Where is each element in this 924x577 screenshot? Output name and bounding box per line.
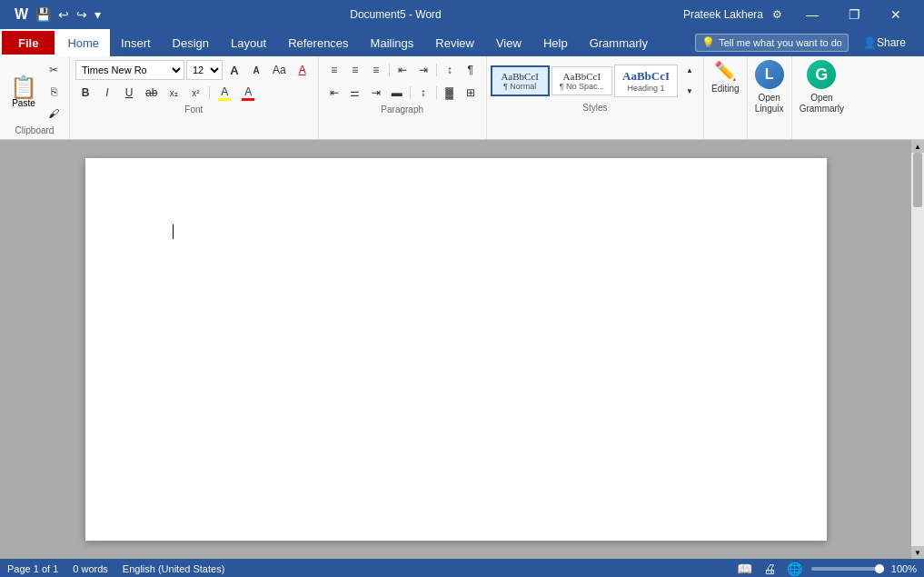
paste-button[interactable]: 📋 Paste: [5, 74, 42, 111]
font-shrink-button[interactable]: A: [246, 60, 266, 80]
subscript-button[interactable]: x₂: [164, 83, 184, 103]
clipboard-group: 📋 Paste ✂ ⎘ 🖌 Clipboard: [0, 56, 70, 139]
justify-icon: ▬: [392, 86, 402, 99]
review-tab[interactable]: Review: [424, 29, 485, 56]
scrollbar-down-button[interactable]: ▼: [911, 546, 924, 559]
mailings-tab[interactable]: Mailings: [360, 29, 425, 56]
language[interactable]: English (United States): [123, 563, 225, 574]
align-left-button[interactable]: ⇤: [324, 83, 344, 103]
insert-tab[interactable]: Insert: [110, 29, 162, 56]
bullets-button[interactable]: ≡: [324, 60, 344, 80]
italic-icon: I: [105, 86, 108, 99]
format-painter-button[interactable]: 🖌: [44, 104, 64, 124]
clipboard-secondary: ✂ ⎘ 🖌: [44, 60, 64, 124]
zoom-slider[interactable]: [811, 567, 884, 571]
view-web-button[interactable]: 🌐: [785, 562, 804, 576]
font-shrink-icon: A: [253, 65, 259, 75]
sort-button[interactable]: ↕: [440, 60, 460, 80]
borders-icon: ⊞: [466, 86, 475, 99]
word-logo-icon: W: [15, 6, 28, 22]
more-quick-button[interactable]: ▾: [93, 7, 103, 22]
search-box[interactable]: 💡 Tell me what you want to do: [695, 34, 849, 52]
vertical-scrollbar: ▲ ▼: [911, 140, 924, 559]
scrollbar-track[interactable]: [911, 153, 924, 546]
copy-button[interactable]: ⎘: [44, 82, 64, 102]
scrollbar-thumb[interactable]: [913, 153, 922, 207]
layout-tab[interactable]: Layout: [220, 29, 277, 56]
style-nospace-item[interactable]: AaBbCcI ¶ No Spac...: [551, 66, 612, 95]
font-color-button[interactable]: A: [237, 83, 259, 103]
help-tab[interactable]: Help: [532, 29, 579, 56]
copy-icon: ⎘: [51, 85, 57, 98]
print-view-icon: 🖨: [763, 562, 776, 576]
superscript-button[interactable]: x²: [185, 83, 205, 103]
minimize-button[interactable]: —: [791, 0, 833, 29]
styles-scroll-down-button[interactable]: ▼: [680, 81, 700, 101]
design-tab[interactable]: Design: [162, 29, 220, 56]
align-center-button[interactable]: ⚌: [345, 83, 365, 103]
view-print-button[interactable]: 🖨: [761, 562, 778, 576]
redo-quick-button[interactable]: ↪: [75, 7, 89, 22]
zoom-thumb[interactable]: [875, 564, 884, 573]
bold-icon: B: [82, 86, 90, 99]
home-tab[interactable]: Home: [56, 29, 110, 56]
style-normal-item[interactable]: AaBbCcI ¶ Normal: [491, 65, 550, 96]
grammarly-group[interactable]: G OpenGrammarly: [792, 56, 851, 139]
cut-button[interactable]: ✂: [44, 60, 64, 80]
file-tab[interactable]: File: [0, 29, 56, 56]
settings-icon[interactable]: ⚙: [772, 8, 782, 21]
close-button[interactable]: ✕: [875, 0, 917, 29]
change-case-button[interactable]: Aa: [268, 60, 291, 80]
text-highlight-button[interactable]: A: [214, 83, 235, 103]
view-read-button[interactable]: 📖: [735, 562, 754, 576]
linguix-label: OpenLinguix: [755, 93, 784, 114]
lightbulb-icon: 💡: [701, 36, 715, 49]
clipboard-controls: 📋 Paste ✂ ⎘ 🖌: [5, 60, 64, 124]
status-bar: Page 1 of 1 0 words English (United Stat…: [0, 559, 924, 577]
font-grow-icon: A: [230, 64, 238, 77]
shading-button[interactable]: ▓: [440, 83, 460, 103]
view-tab[interactable]: View: [485, 29, 532, 56]
shading-icon: ▓: [445, 86, 453, 99]
italic-button[interactable]: I: [97, 83, 117, 103]
indent-dec-button[interactable]: ⇤: [392, 60, 412, 80]
linguix-group[interactable]: L OpenLinguix: [748, 56, 792, 139]
justify-button[interactable]: ▬: [387, 83, 407, 103]
chevron-up-icon: ▲: [686, 66, 693, 75]
clear-format-button[interactable]: A: [293, 60, 313, 80]
align-right-button[interactable]: ⇥: [366, 83, 386, 103]
multilevel-icon: ≡: [373, 64, 379, 76]
restore-button[interactable]: ❐: [833, 0, 875, 29]
save-quick-button[interactable]: 💾: [34, 7, 53, 22]
style-heading-item[interactable]: AaBbCcI Heading 1: [614, 65, 678, 97]
underline-button[interactable]: U: [119, 83, 139, 103]
numbering-button[interactable]: ≡: [345, 60, 365, 80]
font-size-select[interactable]: 12: [186, 60, 223, 80]
borders-button[interactable]: ⊞: [461, 83, 481, 103]
paragraph-row2: ⇤ ⚌ ⇥ ▬ ↕ ▓ ⊞: [324, 83, 481, 103]
scrollbar-up-button[interactable]: ▲: [911, 140, 924, 153]
title-bar-left: W 💾 ↩ ↪ ▾: [7, 6, 108, 23]
document-page[interactable]: [85, 158, 827, 541]
separator3: [436, 64, 437, 76]
style-heading-label: Heading 1: [622, 84, 670, 93]
strikethrough-button[interactable]: ab: [141, 83, 162, 103]
styles-scroll-up-button[interactable]: ▲: [680, 60, 700, 80]
bold-button[interactable]: B: [75, 83, 95, 103]
status-right: 📖 🖨 🌐 100%: [735, 562, 917, 576]
multilevel-button[interactable]: ≡: [366, 60, 386, 80]
indent-inc-button[interactable]: ⇥: [413, 60, 433, 80]
editing-group[interactable]: ✏️ Editing: [704, 56, 748, 139]
font-grow-button[interactable]: A: [224, 60, 244, 80]
editing-label: Editing: [711, 84, 740, 94]
show-para-button[interactable]: ¶: [461, 60, 481, 80]
grammarly-icon: G: [807, 60, 836, 89]
document-scroll[interactable]: [0, 140, 911, 559]
share-button[interactable]: 👤 Share: [852, 29, 917, 56]
grammarly-tab[interactable]: Grammarly: [579, 29, 659, 56]
font-name-select[interactable]: Times New Ro: [75, 60, 184, 80]
undo-quick-button[interactable]: ↩: [56, 7, 71, 22]
line-spacing-button[interactable]: ↕: [413, 83, 433, 103]
word-icon-button[interactable]: W: [13, 6, 30, 23]
references-tab[interactable]: References: [277, 29, 359, 56]
